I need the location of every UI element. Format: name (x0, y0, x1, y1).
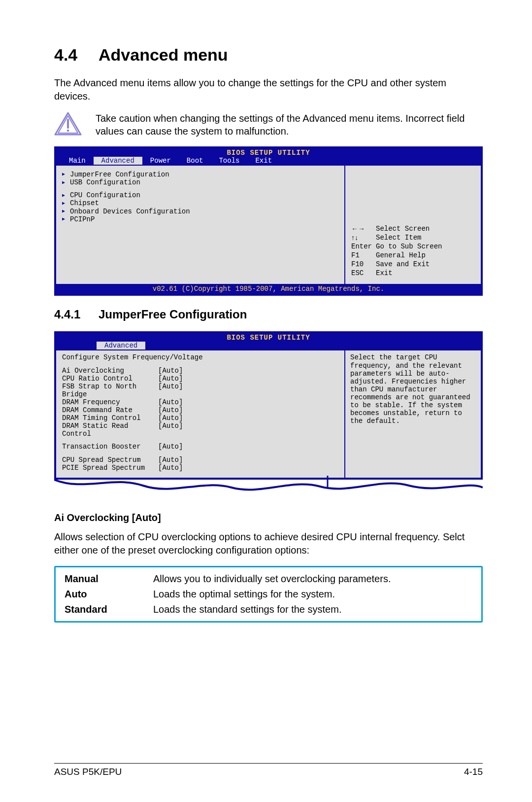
bios-tab-advanced[interactable]: Advanced (97, 342, 145, 349)
menu-item[interactable]: ▶PCIPnP (62, 215, 338, 223)
option-row: Manual Allows you to individually set ov… (56, 571, 481, 587)
setting-name: FSB Strap to North Bridge (62, 383, 158, 398)
bios-tab-main[interactable]: Main (61, 157, 94, 165)
footer-rule (54, 763, 483, 764)
bios-title: BIOS SETUP UTILITY (56, 333, 481, 342)
setting-row[interactable]: DRAM Timing Control[Auto] (62, 414, 338, 422)
bios-settings-list: Configure System Frequency/Voltage Ai Ov… (56, 350, 345, 477)
setting-name: Transaction Booster (62, 443, 158, 451)
option-row: Standard Loads the standard settings for… (56, 602, 481, 617)
setting-row[interactable]: FSB Strap to North Bridge[Auto] (62, 383, 338, 398)
setting-row[interactable]: Ai Overclocking[Auto] (62, 367, 338, 375)
bios-tab-advanced[interactable]: Advanced (94, 157, 142, 165)
setting-row[interactable]: CPU Ratio Control[Auto] (62, 375, 338, 383)
setting-row[interactable]: DRAM Command Rate[Auto] (62, 406, 338, 414)
bios-copyright: v02.61 (C)Copyright 1985-2007, American … (56, 284, 481, 294)
subsection-number: 4.4.1 (54, 308, 99, 321)
setting-value: [Auto] (158, 464, 183, 472)
submenu-arrow-icon: ▶ (62, 216, 66, 222)
footer-product: ASUS P5K/EPU (54, 767, 122, 777)
submenu-arrow-icon: ▶ (62, 209, 66, 214)
setting-name: CPU Ratio Control (62, 375, 158, 383)
setting-value: [Auto] (158, 375, 183, 383)
setting-name: Ai Overclocking (62, 367, 158, 375)
setting-row[interactable]: Transaction Booster[Auto] (62, 443, 338, 451)
option-name: Manual (65, 573, 153, 585)
menu-item[interactable]: ▶USB Configuration (62, 178, 338, 186)
bios-menu-list: ▶JumperFree Configuration ▶USB Configura… (56, 166, 345, 284)
setting-row[interactable]: DRAM Static Read Control[Auto] (62, 422, 338, 438)
menu-item[interactable]: ▶Onboard Devices Configuration (62, 208, 338, 215)
bios-tab-bar: Main Advanced Power Boot Tools Exit (56, 157, 481, 166)
bios-tab-boot[interactable]: Boot (179, 157, 211, 165)
torn-edge-graphic (54, 480, 483, 499)
item-description: Allows selection of CPU overclocking opt… (54, 530, 483, 557)
bios-key-legend: ←→Select Screen ↑↓Select Item EnterGo to… (350, 224, 476, 279)
option-name: Auto (65, 589, 153, 600)
setting-value: [Auto] (158, 383, 183, 398)
menu-item[interactable]: ▶Chipset (62, 199, 338, 207)
menu-item[interactable]: ▶JumperFree Configuration (62, 171, 338, 178)
submenu-arrow-icon: ▶ (62, 172, 66, 177)
setting-value: [Auto] (158, 398, 183, 406)
footer-page-number: 4-15 (464, 767, 483, 777)
submenu-arrow-icon: ▶ (62, 193, 66, 199)
bios-tab-power[interactable]: Power (142, 157, 179, 165)
caution-icon (54, 112, 82, 137)
menu-item[interactable]: ▶CPU Configuration (62, 191, 338, 199)
option-desc: Loads the standard settings for the syst… (153, 604, 341, 615)
option-name: Standard (65, 604, 153, 615)
bios-tab-exit[interactable]: Exit (247, 157, 280, 165)
option-row: Auto Loads the optimal settings for the … (56, 587, 481, 602)
setting-value: [Auto] (158, 367, 183, 375)
options-table: Manual Allows you to individually set ov… (54, 566, 483, 623)
section-title-text: Advanced menu (99, 45, 228, 64)
setting-name: DRAM Command Rate (62, 406, 158, 414)
section-number: 4.4 (54, 45, 99, 65)
section-heading: 4.4Advanced menu (54, 45, 483, 65)
setting-name: DRAM Timing Control (62, 414, 158, 422)
bios-help-text: Select the target CPU frequency, and the… (350, 353, 476, 425)
caution-block: Take caution when changing the settings … (54, 112, 483, 138)
setting-name: CPU Spread Spectrum (62, 456, 158, 464)
item-title: Ai Overclocking [Auto] (54, 512, 483, 523)
setting-name: DRAM Frequency (62, 398, 158, 406)
bios-screen-advanced: BIOS SETUP UTILITY Main Advanced Power B… (54, 146, 483, 296)
setting-value: [Auto] (158, 456, 183, 464)
subsection-title-text: JumperFree Configuration (99, 308, 247, 321)
setting-value: [Auto] (158, 414, 183, 422)
setting-name: DRAM Static Read Control (62, 422, 158, 438)
setting-row[interactable]: PCIE Spread Spectrum[Auto] (62, 464, 338, 472)
bios-screen-jumperfree: BIOS SETUP UTILITY Advanced Configure Sy… (54, 331, 483, 479)
bios-tab-tools[interactable]: Tools (211, 157, 247, 165)
bios-title: BIOS SETUP UTILITY (56, 148, 481, 157)
option-desc: Loads the optimal settings for the syste… (153, 589, 335, 600)
setting-value: [Auto] (158, 443, 183, 451)
option-desc: Allows you to individually set overclock… (153, 573, 391, 585)
settings-header: Configure System Frequency/Voltage (62, 353, 338, 361)
subsection-heading: 4.4.1JumperFree Configuration (54, 308, 483, 321)
caution-text: Take caution when changing the settings … (96, 112, 483, 138)
svg-point-3 (67, 130, 69, 132)
setting-row[interactable]: CPU Spread Spectrum[Auto] (62, 456, 338, 464)
setting-value: [Auto] (158, 422, 183, 438)
setting-name: PCIE Spread Spectrum (62, 464, 158, 472)
submenu-arrow-icon: ▶ (62, 180, 66, 186)
intro-paragraph: The Advanced menu items allow you to cha… (54, 76, 483, 103)
setting-row[interactable]: DRAM Frequency[Auto] (62, 398, 338, 406)
submenu-arrow-icon: ▶ (62, 201, 66, 207)
setting-value: [Auto] (158, 406, 183, 414)
